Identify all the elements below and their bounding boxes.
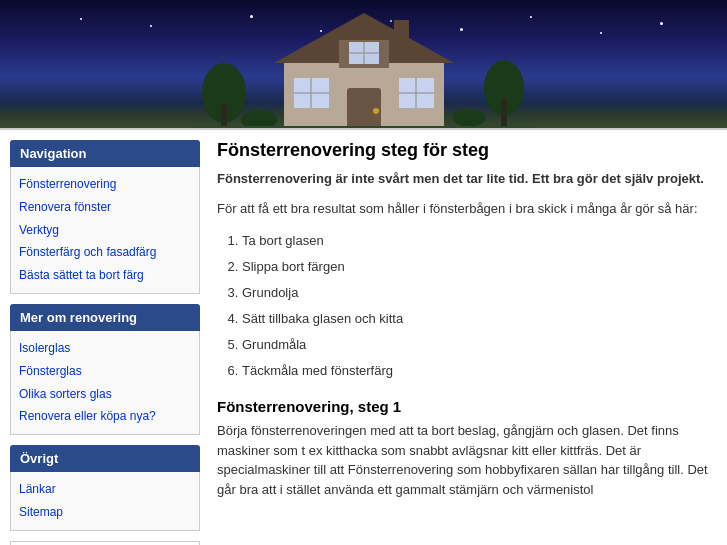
nav-box-navigation: Navigation Fönsterrenovering Renovera fö… — [10, 140, 200, 294]
article-intro: För att få ett bra resultat som håller i… — [217, 199, 717, 219]
step1-body: Börja fönsterrenoveringen med att ta bor… — [217, 421, 717, 499]
nav-title-navigation: Navigation — [20, 146, 86, 161]
house-illustration — [194, 8, 534, 128]
svg-rect-25 — [194, 126, 534, 128]
svg-point-21 — [373, 108, 379, 114]
nav-link-sitemap[interactable]: Sitemap — [19, 501, 191, 524]
svg-rect-20 — [347, 88, 381, 128]
google-annonser-box: Google-annonser — [10, 541, 200, 545]
nav-link-lankar[interactable]: Länkar — [19, 478, 191, 501]
step-1: Ta bort glasen — [242, 228, 717, 254]
step-2: Slippa bort färgen — [242, 254, 717, 280]
nav-link-fonsterglas[interactable]: Fönsterglas — [19, 360, 191, 383]
steps-list: Ta bort glasen Slippa bort färgen Grundo… — [242, 228, 717, 384]
nav-link-verktyg[interactable]: Verktyg — [19, 219, 191, 242]
svg-point-5 — [453, 109, 485, 127]
svg-rect-8 — [394, 20, 409, 48]
nav-link-basta-sattet[interactable]: Bästa sättet ta bort färg — [19, 264, 191, 287]
nav-links-mer: Isolerglas Fönsterglas Olika sorters gla… — [10, 331, 200, 435]
step-5: Grundmåla — [242, 332, 717, 358]
nav-link-isolerglas[interactable]: Isolerglas — [19, 337, 191, 360]
main-layout: Navigation Fönsterrenovering Renovera fö… — [0, 130, 727, 545]
step-6: Täckmåla med fönsterfärg — [242, 358, 717, 384]
nav-header-navigation: Navigation — [10, 140, 200, 167]
nav-box-ovrigt: Övrigt Länkar Sitemap — [10, 445, 200, 531]
nav-title-mer: Mer om renovering — [20, 310, 137, 325]
step-3: Grundolja — [242, 280, 717, 306]
nav-header-mer: Mer om renovering — [10, 304, 200, 331]
header-banner — [0, 0, 727, 130]
svg-rect-1 — [221, 103, 227, 128]
nav-link-renovera-kopa[interactable]: Renovera eller köpa nya? — [19, 405, 191, 428]
nav-header-ovrigt: Övrigt — [10, 445, 200, 472]
svg-point-4 — [241, 110, 277, 128]
nav-link-renovera-fonster[interactable]: Renovera fönster — [19, 196, 191, 219]
sidebar: Navigation Fönsterrenovering Renovera fö… — [10, 140, 200, 545]
step-4: Sätt tillbaka glasen och kitta — [242, 306, 717, 332]
nav-link-olika-sorters[interactable]: Olika sorters glas — [19, 383, 191, 406]
article-title: Fönsterrenovering steg för steg — [217, 140, 717, 161]
nav-link-fonsterfarg[interactable]: Fönsterfärg och fasadfärg — [19, 241, 191, 264]
nav-links-navigation: Fönsterrenovering Renovera fönster Verkt… — [10, 167, 200, 294]
nav-links-ovrigt: Länkar Sitemap — [10, 472, 200, 531]
nav-box-mer-om-renovering: Mer om renovering Isolerglas Fönsterglas… — [10, 304, 200, 435]
article-content: Fönsterrenovering steg för steg Fönsterr… — [212, 140, 717, 545]
nav-link-fonstervenovering[interactable]: Fönsterrenovering — [19, 173, 191, 196]
step1-heading: Fönsterrenovering, steg 1 — [217, 398, 717, 415]
svg-rect-3 — [501, 98, 507, 128]
nav-title-ovrigt: Övrigt — [20, 451, 58, 466]
article-lead: Fönsterrenovering är inte svårt men det … — [217, 169, 717, 189]
